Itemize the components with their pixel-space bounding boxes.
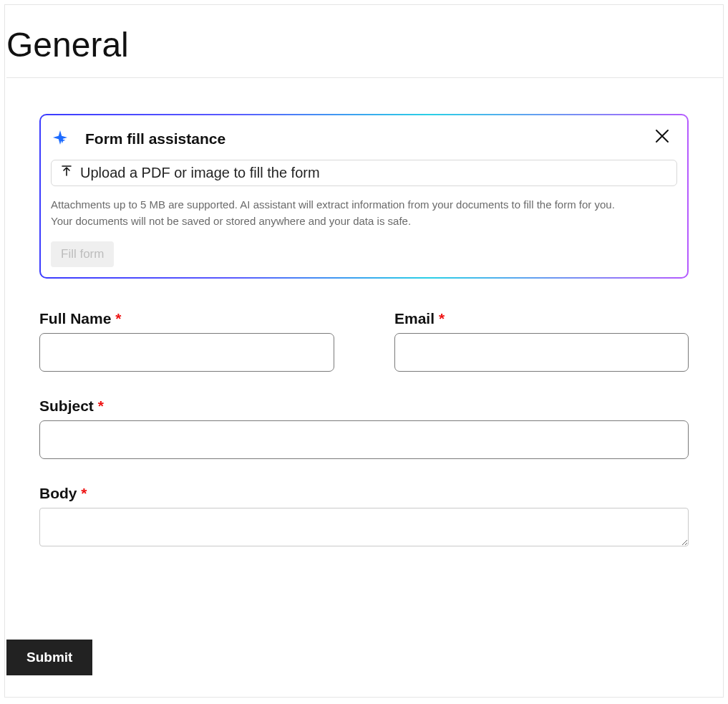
required-mark: * [115,310,121,327]
field-full-name: Full Name * [39,310,334,372]
required-mark: * [439,310,445,327]
required-mark: * [81,485,87,501]
full-name-label: Full Name * [39,310,334,327]
email-input[interactable] [394,333,689,372]
close-icon [654,135,670,146]
page-title: General [6,5,723,78]
field-body: Body * [39,485,689,549]
submit-button[interactable]: Submit [6,640,92,675]
body-label-text: Body [39,485,77,501]
assist-helper-line-2: Your documents will not be saved or stor… [51,213,677,229]
full-name-input[interactable] [39,333,334,372]
form-fill-assistance-panel: Form fill assistance Upload a PDF or ima… [39,114,689,279]
upload-icon [60,165,73,181]
full-name-label-text: Full Name [39,310,111,327]
subject-label-text: Subject [39,397,94,414]
upload-label: Upload a PDF or image to fill the form [80,165,320,181]
email-label-text: Email [394,310,435,327]
fill-form-button[interactable]: Fill form [51,241,114,267]
form-fill-assistance-inner: Form fill assistance Upload a PDF or ima… [41,115,687,277]
footer-row: Submit [5,640,723,675]
content-area: Form fill assistance Upload a PDF or ima… [5,78,723,582]
body-label: Body * [39,485,689,502]
assist-helper-text: Attachments up to 5 MB are supported. AI… [51,196,677,230]
page-container: General [4,4,724,698]
field-subject: Subject * [39,397,689,459]
subject-label: Subject * [39,397,689,415]
field-email: Email * [394,310,689,372]
sparkle-icon [51,128,72,150]
assist-helper-line-1: Attachments up to 5 MB are supported. AI… [51,196,677,213]
assist-title: Form fill assistance [85,130,225,148]
form-grid: Full Name * Email * Subject * [39,310,689,575]
close-assist-button[interactable] [651,125,673,149]
assist-header: Form fill assistance [51,128,677,150]
required-mark: * [98,397,104,414]
subject-input[interactable] [39,420,689,459]
email-label: Email * [394,310,689,327]
body-input[interactable] [39,508,689,546]
upload-box[interactable]: Upload a PDF or image to fill the form [51,160,677,186]
